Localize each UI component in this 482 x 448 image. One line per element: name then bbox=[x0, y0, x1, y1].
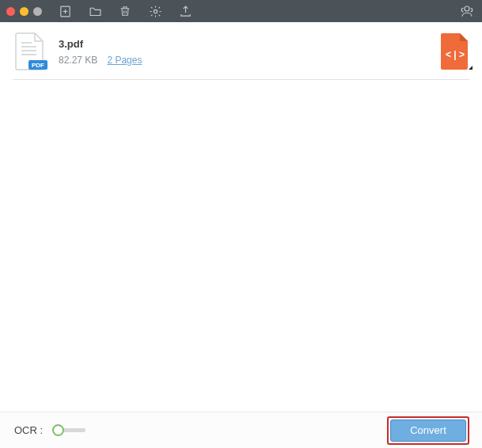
svg-text:< | >: < | > bbox=[446, 49, 465, 60]
ocr-toggle[interactable] bbox=[52, 424, 89, 437]
convert-highlight-box: Convert bbox=[387, 416, 469, 445]
file-size: 82.27 KB bbox=[59, 55, 97, 66]
file-meta: 3.pdf 82.27 KB 2 Pages bbox=[59, 38, 430, 66]
add-file-icon[interactable] bbox=[56, 2, 74, 20]
support-icon[interactable] bbox=[458, 2, 476, 20]
convert-button-label: Convert bbox=[410, 424, 446, 436]
trash-icon[interactable] bbox=[116, 2, 134, 20]
export-icon[interactable] bbox=[176, 2, 194, 20]
output-format-button[interactable]: < | > bbox=[441, 33, 469, 70]
file-list: PDF 3.pdf 82.27 KB 2 Pages < | > bbox=[0, 22, 482, 412]
minimize-window-button[interactable] bbox=[20, 7, 28, 16]
bottom-bar: OCR : Convert bbox=[0, 412, 482, 448]
titlebar bbox=[0, 0, 482, 22]
pdf-file-icon: PDF bbox=[13, 32, 47, 71]
svg-point-6 bbox=[465, 6, 469, 11]
file-pages-link[interactable]: 2 Pages bbox=[107, 55, 142, 66]
folder-icon[interactable] bbox=[86, 2, 104, 20]
pdf-badge-text: PDF bbox=[32, 62, 44, 69]
file-row[interactable]: PDF 3.pdf 82.27 KB 2 Pages < | > bbox=[13, 27, 469, 80]
file-name: 3.pdf bbox=[59, 38, 430, 50]
convert-button[interactable]: Convert bbox=[390, 420, 466, 442]
window-controls bbox=[6, 7, 42, 16]
dropdown-indicator-icon bbox=[469, 66, 473, 70]
ocr-label: OCR : bbox=[14, 424, 43, 436]
close-window-button[interactable] bbox=[6, 7, 15, 16]
svg-point-5 bbox=[154, 9, 157, 13]
maximize-window-button[interactable] bbox=[33, 7, 42, 16]
gear-icon[interactable] bbox=[146, 2, 164, 20]
